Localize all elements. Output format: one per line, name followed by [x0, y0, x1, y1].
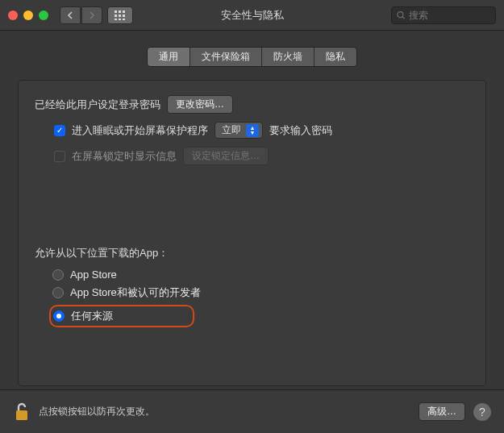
gatekeeper-option-identified[interactable]: App Store和被认可的开发者	[52, 285, 469, 300]
radio-appstore-label: App Store	[70, 269, 117, 281]
require-password-delay-value: 立即	[222, 123, 241, 137]
svg-rect-5	[123, 15, 125, 17]
require-password-label-post: 要求输入密码	[269, 123, 332, 138]
require-password-checkbox[interactable]	[54, 125, 65, 136]
footer-bar: 点按锁按钮以防再次更改。 高级… ?	[0, 389, 504, 433]
svg-rect-8	[123, 19, 125, 20]
forward-button	[81, 6, 102, 24]
window-controls	[8, 10, 48, 20]
zoom-icon[interactable]	[39, 10, 48, 20]
svg-rect-3	[115, 15, 117, 17]
require-password-label-pre: 进入睡眠或开始屏幕保护程序	[72, 123, 208, 138]
gatekeeper-anywhere-highlight: 任何来源	[49, 305, 194, 327]
general-pane: 已经给此用户设定登录密码 更改密码… 进入睡眠或开始屏幕保护程序 立即 ▴▾ 要…	[18, 80, 486, 386]
radio-appstore[interactable]	[52, 269, 64, 281]
svg-rect-7	[119, 19, 121, 20]
radio-identified[interactable]	[52, 287, 64, 298]
navigation-buttons	[60, 6, 102, 24]
lock-text: 点按锁按钮以防再次更改。	[39, 405, 155, 418]
back-button[interactable]	[60, 6, 81, 24]
password-set-label: 已经给此用户设定登录密码	[35, 98, 160, 112]
svg-line-10	[402, 16, 405, 19]
lock-icon[interactable]	[13, 402, 31, 423]
gatekeeper-option-appstore[interactable]: App Store	[52, 269, 469, 281]
svg-rect-0	[115, 10, 117, 13]
show-lock-message-label: 在屏幕锁定时显示信息	[72, 149, 177, 164]
search-input[interactable]	[409, 10, 491, 21]
chevron-up-down-icon: ▴▾	[246, 124, 259, 137]
titlebar: 安全性与隐私	[0, 0, 504, 31]
change-password-button[interactable]: 更改密码…	[167, 95, 233, 114]
lock-message-row: 在屏幕锁定时显示信息 设定锁定信息…	[54, 147, 469, 165]
svg-rect-1	[119, 10, 121, 13]
radio-anywhere[interactable]	[53, 310, 65, 322]
svg-rect-6	[115, 19, 117, 20]
require-password-delay-select[interactable]: 立即 ▴▾	[215, 122, 263, 139]
tab-general[interactable]: 通用	[148, 48, 190, 66]
svg-rect-4	[119, 15, 121, 17]
search-icon	[397, 10, 406, 20]
radio-anywhere-label: 任何来源	[71, 309, 113, 323]
radio-identified-label: App Store和被认可的开发者	[70, 285, 201, 300]
tab-firewall[interactable]: 防火墙	[262, 48, 314, 66]
tab-filevault[interactable]: 文件保险箱	[190, 48, 262, 66]
svg-rect-2	[123, 10, 125, 13]
advanced-button[interactable]: 高级…	[419, 402, 465, 421]
show-all-button[interactable]	[107, 6, 133, 24]
set-lock-message-button: 设定锁定信息…	[183, 147, 269, 165]
password-set-row: 已经给此用户设定登录密码 更改密码…	[35, 95, 469, 114]
tab-bar: 通用 文件保险箱 防火墙 隐私	[0, 47, 504, 67]
search-field[interactable]	[391, 6, 496, 24]
help-button[interactable]: ?	[473, 403, 491, 421]
gatekeeper-title: 允许从以下位置下载的App：	[35, 246, 469, 260]
show-lock-message-checkbox[interactable]	[54, 151, 65, 162]
require-password-row: 进入睡眠或开始屏幕保护程序 立即 ▴▾ 要求输入密码	[54, 122, 469, 139]
svg-rect-11	[16, 410, 27, 420]
grid-icon	[115, 10, 126, 20]
gatekeeper-option-anywhere-row: 任何来源	[49, 305, 469, 327]
tab-privacy[interactable]: 隐私	[314, 48, 356, 66]
svg-point-9	[398, 11, 403, 17]
close-icon[interactable]	[8, 10, 18, 20]
minimize-icon[interactable]	[23, 10, 33, 20]
